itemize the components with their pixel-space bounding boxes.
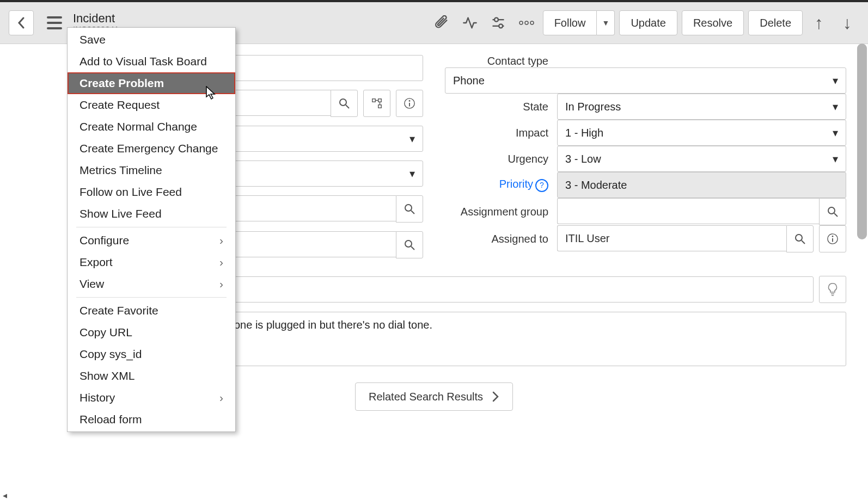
search-icon	[404, 203, 415, 214]
search-icon	[339, 98, 350, 109]
state-row: State In Progress	[445, 94, 846, 120]
menu-metrics-timeline[interactable]: Metrics Timeline	[68, 159, 235, 181]
search-icon	[794, 233, 805, 244]
menu-save[interactable]: Save	[68, 29, 235, 51]
caller-tree-button[interactable]	[363, 90, 390, 117]
svg-point-19	[828, 207, 835, 214]
search-icon	[827, 206, 838, 217]
caller-lookup-button[interactable]	[331, 90, 358, 117]
activity-button[interactable]	[458, 11, 482, 35]
menu-show-live-feed[interactable]: Show Live Feed	[68, 203, 235, 225]
menu-separator	[76, 297, 227, 298]
assigned-to-info-button[interactable]	[819, 225, 846, 252]
svg-point-21	[796, 234, 802, 241]
assigned-to-label: Assigned to	[445, 233, 548, 245]
record-type-label: Incident	[73, 12, 119, 25]
svg-point-3	[499, 24, 503, 28]
tree-icon	[371, 97, 383, 109]
delete-button[interactable]: Delete	[748, 10, 803, 35]
menu-export[interactable]: Export›	[68, 251, 235, 273]
menu-follow-live-feed[interactable]: Follow on Live Feed	[68, 181, 235, 203]
next-record-button[interactable]: ↓	[835, 11, 859, 35]
scroll-left-icon[interactable]: ◂	[0, 490, 10, 501]
menu-create-normal-change[interactable]: Create Normal Change	[68, 116, 235, 138]
svg-point-15	[405, 205, 412, 211]
info-icon	[827, 233, 839, 245]
menu-configure[interactable]: Configure›	[68, 230, 235, 251]
menu-history[interactable]: History›	[68, 387, 235, 409]
assignment-group-row: Assignment group	[445, 198, 846, 225]
related-search-button[interactable]: Related Search Results	[355, 382, 513, 411]
resolve-button[interactable]: Resolve	[682, 10, 744, 35]
description-input[interactable]: or receive calls. Phone is plugged in bu…	[134, 312, 846, 366]
paperclip-icon	[434, 15, 449, 30]
svg-point-13	[409, 100, 411, 102]
impact-label: Impact	[445, 127, 548, 139]
contact-type-label: Contact type	[445, 55, 548, 67]
search-icon	[404, 239, 415, 250]
priority-row: Priority? 3 - Moderate	[445, 172, 846, 198]
follow-button-group: Follow ▼	[543, 10, 615, 35]
short-description-suggest-button[interactable]	[819, 276, 846, 303]
svg-rect-9	[372, 99, 376, 102]
menu-create-favorite[interactable]: Create Favorite	[68, 300, 235, 322]
chevron-right-icon: ›	[219, 234, 223, 247]
business-service-lookup-button[interactable]	[396, 195, 423, 223]
assignment-group-input[interactable]	[557, 198, 819, 224]
svg-point-24	[832, 236, 834, 237]
info-icon	[404, 97, 415, 109]
chevron-right-icon	[492, 391, 499, 402]
impact-select[interactable]: 1 - High	[557, 120, 846, 146]
urgency-select[interactable]: 3 - Low	[557, 146, 846, 172]
menu-reload-form[interactable]: Reload form	[68, 409, 235, 430]
assignment-group-lookup-button[interactable]	[819, 198, 846, 225]
svg-line-16	[411, 211, 414, 214]
attachment-button[interactable]	[430, 11, 454, 35]
settings-button[interactable]	[486, 11, 510, 35]
horizontal-scrollbar[interactable]: ◂	[0, 490, 857, 500]
impact-row: Impact 1 - High	[445, 120, 846, 146]
svg-line-22	[802, 240, 805, 244]
chevron-left-icon	[17, 17, 26, 29]
assigned-to-input[interactable]: ITIL User	[557, 225, 786, 251]
contact-type-select[interactable]: Phone	[445, 67, 846, 94]
menu-create-emergency-change[interactable]: Create Emergency Change	[68, 138, 235, 159]
update-button[interactable]: Update	[619, 10, 677, 35]
svg-rect-11	[378, 105, 382, 108]
follow-button[interactable]: Follow	[543, 10, 597, 35]
menu-view[interactable]: View›	[68, 273, 235, 295]
svg-point-5	[525, 21, 528, 24]
configuration-item-lookup-button[interactable]	[396, 231, 423, 258]
context-menu-button[interactable]	[42, 11, 66, 35]
scrollbar-thumb[interactable]	[857, 44, 867, 239]
activity-icon	[462, 15, 478, 30]
short-description-input[interactable]	[134, 276, 814, 303]
menu-add-visual-task-board[interactable]: Add to Visual Task Board	[68, 51, 235, 72]
menu-copy-url[interactable]: Copy URL	[68, 322, 235, 343]
priority-label[interactable]: Priority?	[445, 178, 548, 192]
caller-info-button[interactable]	[396, 90, 423, 117]
menu-show-xml[interactable]: Show XML	[68, 365, 235, 387]
sliders-icon	[491, 15, 506, 30]
ellipsis-icon	[519, 21, 534, 25]
svg-point-7	[340, 99, 346, 106]
help-icon[interactable]: ?	[535, 179, 548, 192]
state-label: State	[445, 101, 548, 113]
menu-create-problem[interactable]: Create Problem	[68, 72, 235, 94]
assigned-to-lookup-button[interactable]	[786, 225, 814, 252]
more-options-button[interactable]	[515, 11, 539, 35]
state-select[interactable]: In Progress	[557, 94, 846, 120]
menu-copy-sys-id[interactable]: Copy sys_id	[68, 343, 235, 365]
follow-dropdown-button[interactable]: ▼	[597, 10, 615, 35]
urgency-row: Urgency 3 - Low	[445, 146, 846, 172]
chevron-right-icon: ›	[219, 391, 223, 404]
svg-line-20	[834, 213, 838, 217]
menu-create-request[interactable]: Create Request	[68, 94, 235, 116]
vertical-scrollbar[interactable]	[857, 44, 867, 484]
back-button[interactable]	[9, 10, 34, 35]
previous-record-button[interactable]: ↑	[807, 11, 831, 35]
lightbulb-icon	[827, 282, 838, 297]
svg-point-4	[519, 21, 523, 24]
urgency-label: Urgency	[445, 153, 548, 165]
contact-type-row: Contact type Phone State In Progress Imp…	[445, 55, 846, 252]
